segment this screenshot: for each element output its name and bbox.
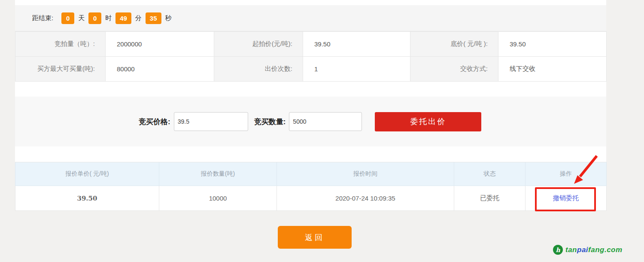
site-logo: h tanpaifang.com: [553, 245, 623, 255]
auction-info-table: 竞拍量（吨）: 2000000 起拍价(元/吨): 39.50 底价( 元/吨 …: [15, 31, 607, 82]
order-price-cell: 39.50: [15, 186, 159, 211]
bid-price-input[interactable]: [174, 112, 248, 131]
header-status: 状态: [454, 162, 526, 186]
header-unit-price: 报价单价( 元/吨): [15, 162, 159, 186]
bid-quantity-input[interactable]: [289, 112, 362, 131]
logo-text-part3: fang.com: [588, 246, 623, 254]
countdown-label: 距结束:: [32, 14, 53, 22]
max-buy-value: 80000: [106, 57, 214, 82]
orders-table: 报价单价( 元/吨) 报价数量(吨) 报价时间 状态 操作 39.50 1000…: [15, 162, 607, 211]
order-quantity-cell: 10000: [159, 186, 277, 211]
bid-count-value: 1: [303, 57, 410, 82]
header-action: 操作: [526, 162, 607, 186]
logo-text-part2: pai: [577, 246, 588, 254]
order-status-badge: 已委托: [454, 186, 526, 211]
countdown-bar: 距结束: 0 天 0 时 49 分 35 秒: [15, 5, 606, 31]
delivery-method-value: 线下交收: [498, 57, 607, 82]
content-card: 距结束: 0 天 0 时 49 分 35 秒 竞拍量（吨）: 2000000 起…: [15, 0, 606, 211]
start-price-value: 39.50: [303, 32, 410, 57]
logo-text: tanpaifang.com: [565, 246, 623, 254]
countdown-hours-badge: 0: [88, 12, 101, 24]
back-button[interactable]: 返回: [278, 226, 352, 249]
order-action-cell: 撤销委托: [526, 186, 607, 211]
countdown-seconds-badge: 35: [146, 12, 161, 24]
cancel-order-link[interactable]: 撤销委托: [553, 194, 579, 201]
bid-count-label: 出价次数:: [214, 57, 303, 82]
info-row-1: 竞拍量（吨）: 2000000 起拍价(元/吨): 39.50 底价( 元/吨 …: [15, 32, 607, 57]
order-time-cell: 2020-07-24 10:09:35: [277, 186, 454, 211]
header-quantity: 报价数量(吨): [159, 162, 277, 186]
auction-volume-value: 2000000: [106, 32, 214, 57]
floor-price-value: 39.50: [498, 32, 607, 57]
countdown-hours-unit: 时: [105, 14, 112, 22]
orders-header-row: 报价单价( 元/吨) 报价数量(吨) 报价时间 状态 操作: [15, 162, 607, 186]
bid-form-panel: 竞买价格: 竞买数量: 委托出价: [15, 97, 606, 146]
countdown-days-unit: 天: [78, 14, 85, 22]
countdown-minutes-unit: 分: [135, 14, 142, 22]
start-price-label: 起拍价(元/吨):: [214, 32, 303, 57]
logo-leaf-icon: h: [553, 245, 563, 255]
logo-text-part1: tan: [565, 246, 577, 254]
max-buy-label: 买方最大可买量(吨):: [15, 57, 106, 82]
floor-price-label: 底价( 元/吨 ):: [410, 32, 498, 57]
info-row-2: 买方最大可买量(吨): 80000 出价次数: 1 交收方式: 线下交收: [15, 57, 607, 82]
countdown-days-badge: 0: [61, 12, 74, 24]
submit-bid-button[interactable]: 委托出价: [375, 112, 481, 131]
bid-price-label: 竞买价格:: [139, 117, 170, 127]
table-row: 39.50 10000 2020-07-24 10:09:35 已委托 撤销委托: [15, 186, 607, 211]
header-time: 报价时间: [277, 162, 454, 186]
auction-volume-label: 竞拍量（吨）:: [15, 32, 106, 57]
countdown-seconds-unit: 秒: [165, 14, 172, 22]
countdown-minutes-badge: 49: [115, 12, 131, 24]
delivery-method-label: 交收方式:: [410, 57, 498, 82]
bid-quantity-label: 竞买数量:: [254, 117, 286, 127]
